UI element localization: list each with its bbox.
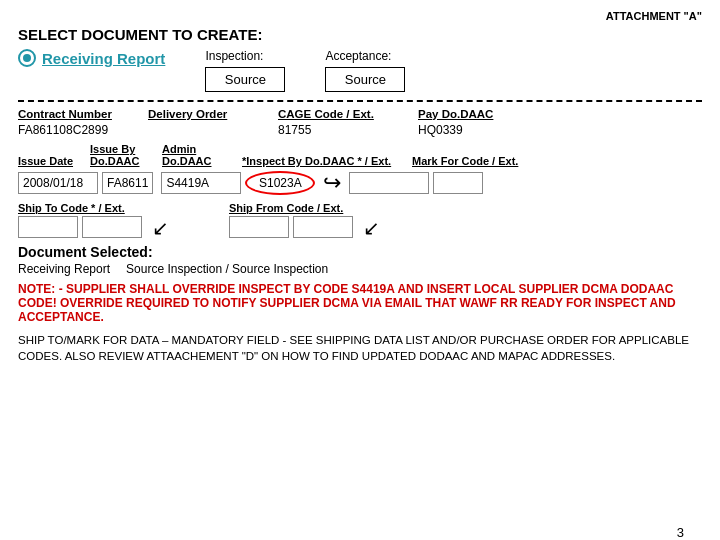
admin-field[interactable]: S4419A bbox=[161, 172, 241, 194]
receiving-report-option[interactable]: Receiving Report bbox=[18, 49, 165, 67]
ship-from-arrow: ↙ bbox=[363, 216, 380, 240]
ship-row: Ship To Code * / Ext. ↙ Ship From Code /… bbox=[18, 202, 702, 240]
admin-dodaac-header: Admin Do.DAAC bbox=[162, 143, 242, 167]
ship-to-col: Ship To Code * / Ext. ↙ bbox=[18, 202, 169, 240]
issue-date-field[interactable]: 2008/01/18 bbox=[18, 172, 98, 194]
acceptance-block: Acceptance: Source bbox=[325, 49, 405, 92]
cage-code-header: CAGE Code / Ext. bbox=[278, 108, 418, 120]
ship-to-code-field[interactable] bbox=[18, 216, 78, 238]
column-headers: Contract Number Delivery Order CAGE Code… bbox=[18, 108, 702, 120]
issue-by-header: Issue By Do.DAAC bbox=[90, 143, 162, 167]
dashed-divider bbox=[18, 100, 702, 102]
ship-from-code-field[interactable] bbox=[229, 216, 289, 238]
mark-for-header: Mark For Code / Ext. bbox=[412, 155, 552, 167]
note-normal: SHIP TO/MARK FOR DATA – MANDATORY FIELD … bbox=[18, 332, 702, 364]
inspection-info-value: Source Inspection / Source Inspection bbox=[126, 262, 328, 276]
delivery-order-header: Delivery Order bbox=[148, 108, 278, 120]
acceptance-label: Acceptance: bbox=[325, 49, 391, 63]
doc-type-row: Receiving Report Inspection: Source Acce… bbox=[18, 49, 702, 92]
mark-for-field[interactable] bbox=[349, 172, 429, 194]
contract-number-value: FA861108C2899 bbox=[18, 123, 148, 137]
document-selected-section: Document Selected: Receiving Report Sour… bbox=[18, 244, 702, 276]
sub-column-headers: Issue Date Issue By Do.DAAC Admin Do.DAA… bbox=[18, 143, 702, 167]
ship-to-label: Ship To Code * / Ext. bbox=[18, 202, 169, 214]
cage-code-value: 81755 bbox=[278, 123, 418, 137]
contract-data-row: FA861108C2899 81755 HQ0339 bbox=[18, 123, 702, 137]
issue-by-field[interactable]: FA8611 bbox=[102, 172, 153, 194]
pay-dodaac-value: HQ0339 bbox=[418, 123, 548, 137]
ship-to-arrow: ↙ bbox=[152, 216, 169, 240]
ship-from-label: Ship From Code / Ext. bbox=[229, 202, 380, 214]
receiving-report-label: Receiving Report bbox=[42, 50, 165, 67]
document-selected-row: Receiving Report Source Inspection / Sou… bbox=[18, 262, 702, 276]
contract-number-header: Contract Number bbox=[18, 108, 148, 120]
radio-button[interactable] bbox=[18, 49, 36, 67]
page-number: 3 bbox=[677, 525, 684, 540]
issue-date-header: Issue Date bbox=[18, 155, 90, 167]
field-boxes-row: 2008/01/18 FA8611 S4419A S1023A ↪ bbox=[18, 170, 702, 196]
pay-dodaac-header: Pay Do.DAAC bbox=[418, 108, 548, 120]
ship-to-boxes: ↙ bbox=[18, 216, 169, 240]
radio-dot bbox=[23, 54, 31, 62]
ship-to-ext-field[interactable] bbox=[82, 216, 142, 238]
inspect-by-field[interactable]: S1023A bbox=[245, 171, 315, 195]
inspection-source-button[interactable]: Source bbox=[205, 67, 285, 92]
document-type-value: Receiving Report bbox=[18, 262, 110, 276]
inspect-by-header: *Inspect By Do.DAAC * / Ext. bbox=[242, 155, 412, 167]
attachment-header: ATTACHMENT "A" bbox=[18, 10, 702, 22]
arrow-icon: ↪ bbox=[323, 170, 341, 196]
document-selected-title: Document Selected: bbox=[18, 244, 702, 260]
acceptance-source-button[interactable]: Source bbox=[325, 67, 405, 92]
select-doc-title: SELECT DOCUMENT TO CREATE: bbox=[18, 26, 702, 43]
ship-from-ext-field[interactable] bbox=[293, 216, 353, 238]
ship-from-col: Ship From Code / Ext. ↙ bbox=[229, 202, 380, 240]
inspection-label: Inspection: bbox=[205, 49, 263, 63]
note-red: NOTE: - SUPPLIER SHALL OVERRIDE INSPECT … bbox=[18, 282, 702, 324]
ship-from-boxes: ↙ bbox=[229, 216, 380, 240]
mark-for-ext-field[interactable] bbox=[433, 172, 483, 194]
inspection-block: Inspection: Source bbox=[205, 49, 285, 92]
